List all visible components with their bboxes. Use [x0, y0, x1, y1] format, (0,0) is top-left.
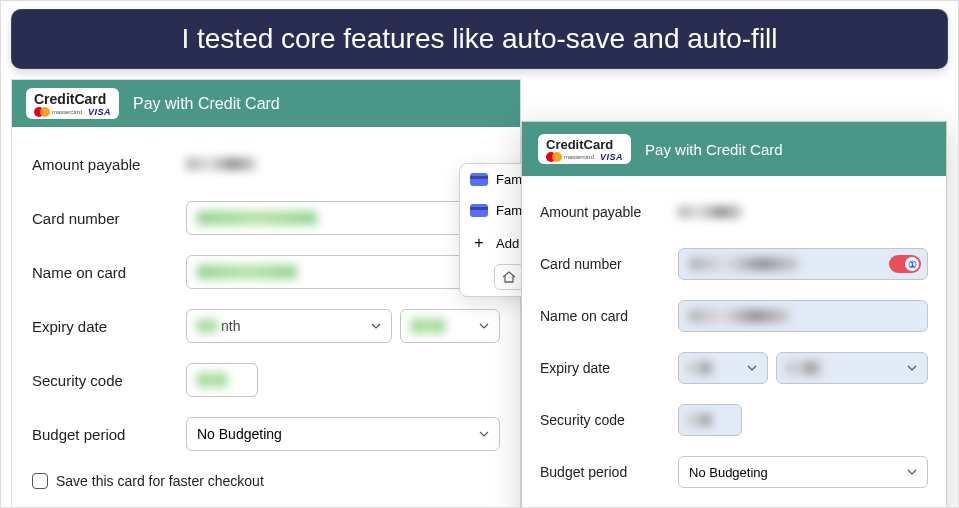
- expiry-month-select[interactable]: [678, 352, 768, 384]
- visa-icon: VISA: [88, 108, 111, 117]
- mastercard-icon: mastercard: [34, 107, 82, 117]
- chevron-down-icon: [907, 363, 917, 373]
- checkout-panel-right: CreditCard mastercard VISA Pay with Cred…: [521, 121, 947, 508]
- header-title: Pay with Credit Card: [645, 141, 783, 158]
- credit-card-logo: CreditCard mastercard VISA: [538, 134, 631, 164]
- header-title: Pay with Credit Card: [133, 95, 280, 113]
- caption-banner: I tested core features like auto-save an…: [11, 9, 948, 69]
- expiry-date-label: Expiry date: [540, 360, 660, 376]
- budget-period-label: Budget period: [32, 426, 168, 443]
- security-code-input[interactable]: [186, 363, 258, 397]
- save-card-row[interactable]: Save this card for faster checkout: [540, 498, 928, 508]
- amount-value: [186, 147, 500, 181]
- credit-card-logo: CreditCard mastercard VISA: [26, 88, 119, 119]
- expiry-month-select[interactable]: nth: [186, 309, 392, 343]
- card-number-label: Card number: [540, 256, 660, 272]
- budget-period-select[interactable]: No Budgeting: [678, 456, 928, 488]
- security-code-input[interactable]: [678, 404, 742, 436]
- expiry-year-select[interactable]: [400, 309, 500, 343]
- card-number-label: Card number: [32, 210, 168, 227]
- visa-icon: VISA: [600, 153, 623, 162]
- checkout-header: CreditCard mastercard VISA Pay with Cred…: [12, 80, 520, 127]
- chevron-down-icon: [907, 467, 917, 477]
- form-body: Amount payable Card number ① Name on car…: [522, 176, 946, 508]
- home-icon: [501, 270, 517, 284]
- chevron-down-icon: [371, 321, 381, 331]
- autofill-home-button[interactable]: [494, 264, 524, 290]
- caption-text: I tested core features like auto-save an…: [181, 23, 777, 54]
- credit-card-icon: [470, 173, 488, 186]
- amount-value: [678, 196, 928, 228]
- expiry-year-select[interactable]: [776, 352, 928, 384]
- credit-card-icon: [470, 204, 488, 217]
- security-code-label: Security code: [540, 412, 660, 428]
- logo-text: CreditCard: [34, 92, 106, 106]
- save-card-checkbox[interactable]: [32, 473, 48, 489]
- budget-period-select[interactable]: No Budgeting: [186, 417, 500, 451]
- security-code-label: Security code: [32, 372, 168, 389]
- expiry-date-label: Expiry date: [32, 318, 168, 335]
- card-number-input[interactable]: ①: [678, 248, 928, 280]
- password-manager-toggle[interactable]: ①: [889, 255, 921, 273]
- plus-icon: +: [470, 234, 488, 252]
- save-card-row[interactable]: Save this card for faster checkout: [32, 461, 500, 489]
- amount-label: Amount payable: [32, 156, 168, 173]
- chevron-down-icon: [479, 429, 489, 439]
- budget-period-label: Budget period: [540, 464, 660, 480]
- amount-label: Amount payable: [540, 204, 660, 220]
- checkout-header: CreditCard mastercard VISA Pay with Cred…: [522, 122, 946, 176]
- card-number-input[interactable]: [186, 201, 500, 235]
- name-on-card-input[interactable]: [678, 300, 928, 332]
- name-on-card-label: Name on card: [32, 264, 168, 281]
- form-body: Amount payable Card number Name on card …: [12, 127, 520, 507]
- chevron-down-icon: [747, 363, 757, 373]
- chevron-down-icon: [479, 321, 489, 331]
- checkout-panel-left: CreditCard mastercard VISA Pay with Cred…: [11, 79, 521, 508]
- name-on-card-input[interactable]: [186, 255, 500, 289]
- logo-text: CreditCard: [546, 138, 613, 151]
- mastercard-icon: mastercard: [546, 152, 594, 162]
- save-card-label: Save this card for faster checkout: [56, 473, 264, 489]
- name-on-card-label: Name on card: [540, 308, 660, 324]
